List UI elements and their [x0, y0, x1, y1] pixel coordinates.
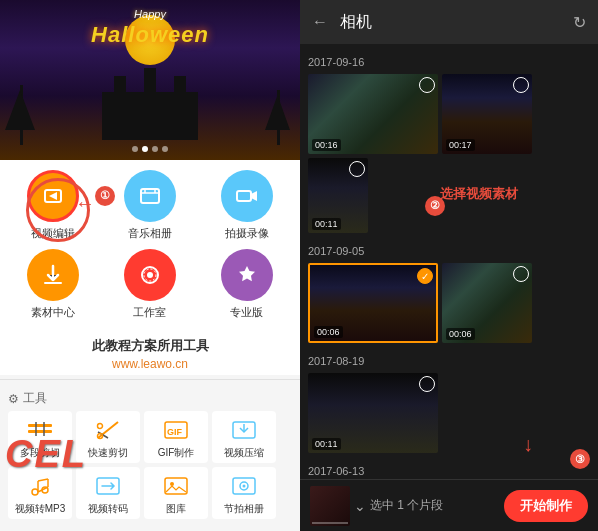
tool-beat-album[interactable]: 节拍相册 [212, 467, 276, 519]
dot-2 [142, 146, 148, 152]
tool-transcode[interactable]: 视频转码 [76, 467, 140, 519]
tools-section: ⚙ 工具 多段剪切 快速剪切 [0, 384, 300, 523]
tree-left [20, 85, 23, 145]
gif-icon: GIF [160, 416, 192, 444]
video-edit-label: 视频编辑 [31, 226, 75, 241]
camera-title: 相机 [340, 12, 561, 33]
pro-label: 专业版 [230, 305, 263, 320]
pro-icon [221, 249, 273, 301]
date-label-1: 2017-09-16 [308, 52, 590, 74]
app-video-edit[interactable]: 视频编辑 [13, 170, 93, 241]
start-button[interactable]: 开始制作 [504, 490, 588, 522]
back-button[interactable]: ← [312, 13, 328, 31]
watermark-line1: 此教程方案所用工具 [0, 333, 300, 357]
app-row-1: 视频编辑 音乐相册 拍摄录像 [5, 170, 295, 241]
date-label-3: 2017-08-19 [308, 351, 590, 373]
tool-multi-cut[interactable]: 多段剪切 [8, 411, 72, 463]
record-video-icon [221, 170, 273, 222]
video-duration: 00:17 [446, 139, 475, 151]
video-thumb-2-2[interactable]: 00:06 [442, 263, 532, 343]
video-group-1: 00:16 00:17 00:11 [308, 74, 590, 233]
tool-quick-cut[interactable]: 快速剪切 [76, 411, 140, 463]
record-video-label: 拍摄录像 [225, 226, 269, 241]
studio-label: 工作室 [133, 305, 166, 320]
dot-3 [152, 146, 158, 152]
app-record-video[interactable]: 拍摄录像 [207, 170, 287, 241]
tool-beat-album-label: 节拍相册 [224, 502, 264, 516]
svg-rect-7 [28, 424, 52, 427]
svg-text:GIF: GIF [167, 427, 183, 437]
app-music-album[interactable]: 音乐相册 [110, 170, 190, 241]
studio-icon [124, 249, 176, 301]
banner-dots [132, 146, 168, 152]
halloween-banner: Happy Halloween [0, 0, 300, 160]
music-album-label: 音乐相册 [128, 226, 172, 241]
quick-cut-icon [92, 416, 124, 444]
tree-right [277, 90, 280, 145]
video-group-3: 00:11 [308, 373, 590, 453]
multi-cut-icon [24, 416, 56, 444]
divider [0, 379, 300, 380]
video-thumb-1-3[interactable]: 00:11 [308, 158, 368, 233]
video-thumb-1-2[interactable]: 00:17 [442, 74, 532, 154]
video-duration: 00:11 [312, 218, 341, 230]
svg-rect-3 [44, 282, 62, 284]
tool-compress[interactable]: 视频压缩 [212, 411, 276, 463]
svg-point-19 [32, 489, 38, 495]
transcode-icon [92, 472, 124, 500]
collapse-arrow[interactable]: ⌄ [354, 498, 366, 514]
selected-thumb-preview [310, 486, 350, 526]
mp3-icon [24, 472, 56, 500]
beat-album-icon [228, 472, 260, 500]
video-duration: 00:16 [312, 139, 341, 151]
selection-text: 选中 1 个片段 [370, 497, 443, 514]
tools-header: ⚙ 工具 [8, 388, 292, 411]
video-check[interactable] [513, 266, 529, 282]
app-material-center[interactable]: 素材中心 [13, 249, 93, 320]
tools-header-label: 工具 [23, 390, 47, 407]
video-thumb-1-1[interactable]: 00:16 [308, 74, 438, 154]
camera-scroll-area[interactable]: 2017-09-16 00:16 00:17 00:11 [300, 44, 598, 479]
video-check-selected[interactable] [417, 268, 433, 284]
svg-point-30 [243, 485, 246, 488]
svg-line-24 [38, 479, 48, 481]
tool-gallery[interactable]: 图库 [144, 467, 208, 519]
video-duration: 00:11 [312, 438, 341, 450]
video-check[interactable] [419, 77, 435, 93]
app-studio[interactable]: 工作室 [110, 249, 190, 320]
gallery-icon [160, 472, 192, 500]
svg-rect-1 [141, 189, 159, 203]
material-center-icon [27, 249, 79, 301]
camera-footer: ⌄ 选中 1 个片段 开始制作 [300, 479, 598, 531]
camera-header: ← 相机 ↻ [300, 0, 598, 44]
compress-icon [228, 416, 260, 444]
video-duration: 00:06 [314, 326, 343, 338]
dot-1 [132, 146, 138, 152]
gear-icon: ⚙ [8, 392, 19, 406]
happy-text: Happy [134, 8, 166, 20]
video-check[interactable] [419, 376, 435, 392]
selection-info: ⌄ 选中 1 个片段 [310, 486, 504, 526]
refresh-button[interactable]: ↻ [573, 13, 586, 32]
video-edit-icon [27, 170, 79, 222]
svg-point-14 [98, 424, 103, 429]
tool-gif-label: GIF制作 [158, 446, 195, 460]
video-check[interactable] [513, 77, 529, 93]
video-group-2: 00:06 00:06 [308, 263, 590, 343]
svg-rect-2 [237, 191, 251, 201]
watermark-url: www.leawo.cn [0, 357, 300, 375]
app-pro[interactable]: 专业版 [207, 249, 287, 320]
tool-quick-cut-label: 快速剪切 [88, 446, 128, 460]
video-check[interactable] [349, 161, 365, 177]
video-thumb-3-1[interactable]: 00:11 [308, 373, 438, 453]
video-duration: 00:06 [446, 328, 475, 340]
tool-gallery-label: 图库 [166, 502, 186, 516]
date-label-4: 2017-06-13 [308, 461, 590, 479]
video-thumb-2-1[interactable]: 00:06 [308, 263, 438, 343]
tool-mp3[interactable]: 视频转MP3 [8, 467, 72, 519]
tool-compress-label: 视频压缩 [224, 446, 264, 460]
tools-grid: 多段剪切 快速剪切 GIF GIF制作 [8, 411, 292, 519]
svg-point-5 [147, 272, 153, 278]
tool-gif[interactable]: GIF GIF制作 [144, 411, 208, 463]
tool-mp3-label: 视频转MP3 [15, 502, 66, 516]
